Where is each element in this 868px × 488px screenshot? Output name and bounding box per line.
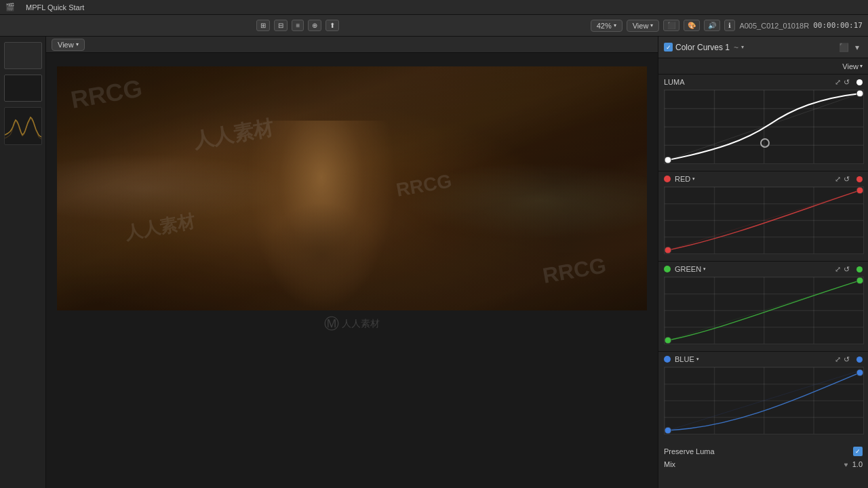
green-reset-icon[interactable]: ↺ (844, 265, 850, 274)
red-label: RED ▾ (675, 175, 831, 183)
curves-title: Color Curves 1 ~ ▾ (675, 43, 835, 52)
logo-icon: Ⓜ (324, 314, 339, 334)
red-dot (664, 176, 671, 182)
svg-point-7 (665, 157, 671, 163)
preserve-luma-row: Preserve Luma ✓ (664, 447, 863, 456)
viewer-view-arrow: ▾ (76, 41, 79, 47)
blue-section: BLUE ▾ ⤢ ↺ (658, 352, 868, 441)
preserve-luma-label: Preserve Luma (664, 447, 715, 455)
svg-point-16 (665, 247, 671, 253)
blue-label: BLUE ▾ (675, 355, 831, 363)
left-sidebar (0, 37, 46, 488)
green-section: GREEN ▾ ⤢ ↺ (658, 262, 868, 352)
viewer-toolbar: View ▾ (46, 37, 658, 53)
monitor-icon-btn[interactable]: ⬛ (663, 20, 679, 31)
luma-reset-icon[interactable]: ↺ (844, 78, 850, 87)
video-frame: RRCG 人人素材 RRCG 人人素材 RRCG Ⓜ 人人素材 (57, 66, 647, 338)
luma-point-high[interactable] (856, 79, 863, 85)
view-dropdown[interactable]: View ▾ (627, 20, 660, 32)
toolbar-icon-5[interactable]: ⬆ (326, 20, 339, 31)
svg-point-26 (856, 277, 863, 284)
logo-text: 人人素材 (342, 318, 380, 330)
title-tilde: ~ (734, 43, 738, 52)
viewer-area: View ▾ RRCG 人人素材 RRCG 人人素材 (46, 37, 658, 488)
red-expand-icon[interactable]: ⤢ (835, 175, 841, 184)
viewer-view-btn[interactable]: View ▾ (52, 39, 85, 51)
bottom-section: Preserve Luma ✓ Mix ♥ 1.0 (658, 441, 868, 474)
warm-overlay (57, 66, 647, 310)
svg-point-25 (665, 337, 671, 344)
curves-dropdown-btn[interactable]: ▾ (852, 42, 863, 53)
green-point-high[interactable] (856, 266, 863, 272)
toolbar-icon-4[interactable]: ⊕ (308, 20, 321, 31)
waveform (4, 107, 42, 145)
toolbar-icon-3[interactable]: ≡ (292, 20, 304, 31)
curves-dropdown-arrow: ▾ (741, 44, 744, 50)
luma-icons: ⤢ ↺ (835, 78, 850, 87)
luma-section: LUMA ⤢ ↺ (658, 75, 868, 171)
view-arrow: ▾ (650, 22, 653, 28)
thumbnail-1 (4, 42, 42, 69)
curves-view-bar: View ▾ (658, 58, 868, 75)
red-reset-icon[interactable]: ↺ (844, 175, 850, 184)
menu-bar: 🎬 MPFL Quick Start (0, 0, 868, 15)
right-panel: ✓ Color Curves 1 ~ ▾ ⬛ ▾ View ▾ LUMA ⤢ (658, 37, 868, 488)
svg-point-35 (856, 369, 863, 376)
timecode: 00:00:00:17 (813, 21, 863, 30)
curves-icon-1[interactable]: ⬛ (838, 42, 849, 53)
zoom-dropdown[interactable]: 42% ▾ (591, 20, 623, 32)
toolbar-icon-2[interactable]: ⊟ (274, 20, 288, 31)
svg-point-34 (665, 427, 671, 434)
mix-heart-icon[interactable]: ♥ (844, 461, 848, 468)
curves-header: ✓ Color Curves 1 ~ ▾ ⬛ ▾ (658, 37, 868, 58)
thumbnail-2 (4, 75, 42, 102)
audio-icon-btn[interactable]: 🔊 (704, 20, 720, 31)
curves-checkbox[interactable]: ✓ (664, 43, 673, 52)
preserve-luma-checkbox[interactable]: ✓ (853, 447, 863, 456)
blue-arrow: ▾ (696, 357, 699, 362)
green-dot (664, 266, 671, 272)
blue-dot (664, 356, 671, 363)
blue-canvas[interactable] (664, 367, 864, 434)
luma-expand-icon[interactable]: ⤢ (835, 78, 841, 87)
red-header: RED ▾ ⤢ ↺ (658, 171, 868, 186)
clip-id: A005_C012_01018R (739, 22, 809, 30)
zoom-arrow: ▾ (614, 22, 616, 28)
red-section: RED ▾ ⤢ ↺ (658, 171, 868, 262)
curves-right-icons: ⬛ ▾ (838, 42, 863, 53)
blue-header: BLUE ▾ ⤢ ↺ (658, 352, 868, 367)
color-icon-btn[interactable]: 🎨 (684, 20, 700, 31)
green-arrow: ▾ (703, 266, 706, 272)
red-point-high[interactable] (856, 176, 863, 182)
info-icon-btn[interactable]: ℹ (724, 20, 735, 31)
red-icons: ⤢ ↺ (835, 175, 850, 184)
blue-expand-icon[interactable]: ⤢ (835, 355, 841, 364)
green-label: GREEN ▾ (675, 265, 831, 273)
blue-icons: ⤢ ↺ (835, 355, 850, 364)
green-icons: ⤢ ↺ (835, 265, 850, 274)
app-title: MPFL Quick Start (26, 3, 84, 12)
luma-canvas[interactable] (664, 89, 864, 164)
luma-label: LUMA (664, 78, 831, 86)
green-canvas[interactable] (664, 277, 864, 344)
mix-controls: ♥ 1.0 (844, 460, 863, 468)
toolbar-icons: ⊞ ⊟ ≡ ⊕ ⬆ (256, 20, 339, 31)
view-dropdown-arrow: ▾ (860, 63, 863, 69)
bottom-logo-area: Ⓜ 人人素材 (57, 310, 647, 338)
red-arrow: ▾ (692, 176, 695, 182)
red-canvas[interactable] (664, 186, 864, 254)
blue-point-high[interactable] (856, 357, 863, 363)
svg-point-17 (856, 187, 863, 194)
mix-value: 1.0 (852, 460, 863, 468)
mix-label: Mix (664, 460, 675, 468)
toolbar-icon-1[interactable]: ⊞ (256, 20, 270, 31)
svg-point-8 (856, 90, 863, 97)
green-header: GREEN ▾ ⤢ ↺ (658, 262, 868, 277)
main-area: View ▾ RRCG 人人素材 RRCG 人人素材 (0, 37, 868, 488)
toolbar: ⊞ ⊟ ≡ ⊕ ⬆ 42% ▾ View ▾ ⬛ 🎨 🔊 ℹ A005_C012… (0, 15, 868, 37)
blue-reset-icon[interactable]: ↺ (844, 355, 850, 364)
video-image: RRCG 人人素材 RRCG 人人素材 RRCG (57, 66, 647, 310)
luma-header: LUMA ⤢ ↺ (658, 75, 868, 89)
mix-row: Mix ♥ 1.0 (664, 460, 863, 468)
green-expand-icon[interactable]: ⤢ (835, 265, 841, 274)
